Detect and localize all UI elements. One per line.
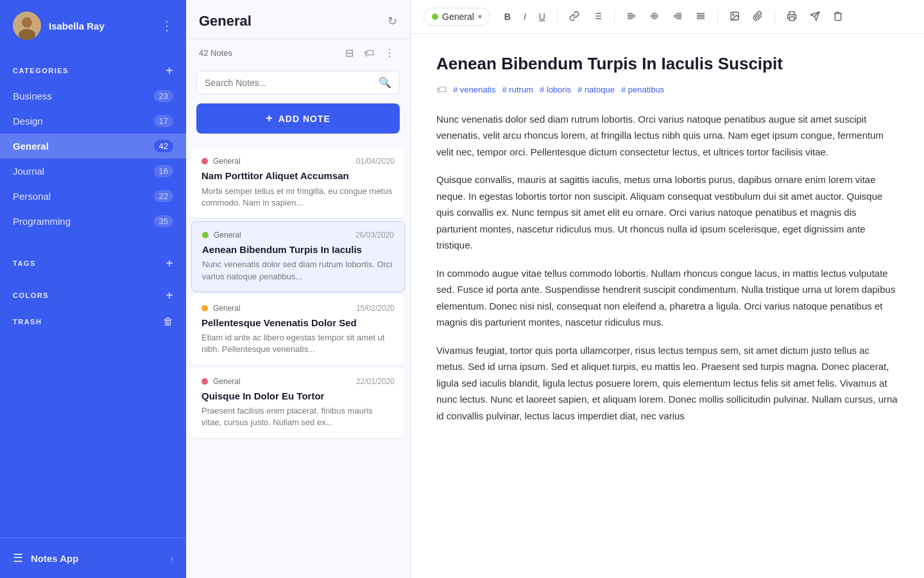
toolbar-divider-3 <box>717 10 718 23</box>
sidebar-footer[interactable]: ☰ Notes App › <box>0 538 186 578</box>
add-category-icon[interactable]: + <box>166 64 173 77</box>
notes-list-title: General <box>199 13 252 30</box>
align-left-button[interactable] <box>622 8 640 26</box>
chevron-right-icon: › <box>170 553 173 563</box>
editor-content: Aenean Bibendum Turpis In Iaculis Suscip… <box>411 34 924 578</box>
underline-button[interactable]: U <box>535 9 549 24</box>
sidebar-item-count: 17 <box>154 115 173 127</box>
note-date-2: 15/02/2020 <box>356 304 395 313</box>
tag-0[interactable]: # venenatis <box>453 85 496 94</box>
note-title-0: Nam Porttitor Aliquet Accumsan <box>201 170 395 182</box>
note-dot-2 <box>201 305 208 311</box>
note-title-2: Pellentesque Venenatis Dolor Sed <box>201 317 395 329</box>
italic-button[interactable]: I <box>520 9 530 24</box>
sidebar: Isabella Ray ⋮ CATEGORIES + Business 23 … <box>0 0 186 578</box>
sidebar-item-label: General <box>13 141 154 152</box>
tag-3[interactable]: # natoque <box>578 85 615 94</box>
add-note-button[interactable]: + ADD NOTE <box>196 103 400 134</box>
note-body: Nunc venenatis dolor sed diam rutrum lob… <box>436 111 898 425</box>
more-options-icon[interactable]: ⋮ <box>160 18 173 33</box>
user-name: Isabella Ray <box>49 21 153 31</box>
note-dot-0 <box>201 158 208 164</box>
delete-button[interactable] <box>829 8 847 26</box>
plus-icon: + <box>266 112 273 125</box>
notes-count: 42 Notes <box>199 48 338 58</box>
sidebar-item-label: Design <box>13 116 154 127</box>
sidebar-item-programming[interactable]: Programming 35 <box>0 209 186 234</box>
note-paragraph-2: In commodo augue vitae tellus commodo lo… <box>436 265 898 331</box>
avatar <box>13 12 41 40</box>
tag-4[interactable]: # penatibus <box>621 85 664 94</box>
note-date-1: 26/03/2020 <box>355 231 394 240</box>
toolbar-divider-2 <box>614 10 615 23</box>
sidebar-item-count: 16 <box>154 165 173 177</box>
sidebar-header: Isabella Ray ⋮ <box>0 0 186 51</box>
svg-rect-27 <box>789 17 794 20</box>
note-paragraph-3: Vivamus feugiat, tortor quis porta ullam… <box>436 342 898 425</box>
search-box: 🔍 <box>196 71 400 94</box>
note-category-3: General <box>213 377 351 386</box>
align-center-button[interactable] <box>646 8 663 26</box>
align-right-button[interactable] <box>669 8 687 26</box>
tag-1[interactable]: # rutrum <box>502 85 533 94</box>
app-name-label: Notes App <box>31 553 162 564</box>
more-icon[interactable]: ⋮ <box>382 46 397 60</box>
tags-label: TAGS <box>13 259 36 267</box>
note-date-3: 22/01/2020 <box>356 377 395 386</box>
note-title-3: Quisque In Dolor Eu Tortor <box>201 390 395 403</box>
tag-icon[interactable]: 🏷 <box>361 46 377 60</box>
note-card-0[interactable]: General 01/04/2020 Nam Porttitor Aliquet… <box>191 148 405 218</box>
notes-list-meta: 42 Notes ⊟ 🏷 ⋮ <box>186 39 410 67</box>
sidebar-item-journal[interactable]: Journal 16 <box>0 159 186 184</box>
note-dot-3 <box>201 378 208 385</box>
link-button[interactable] <box>565 8 583 26</box>
search-icon: 🔍 <box>379 76 391 89</box>
add-color-icon[interactable]: + <box>166 289 173 302</box>
notes-list-panel: General ↻ 42 Notes ⊟ 🏷 ⋮ 🔍 + ADD NOTE Ge… <box>186 0 411 578</box>
align-justify-button[interactable] <box>692 8 710 26</box>
sidebar-item-label: Programming <box>13 216 154 227</box>
toolbar-divider-4 <box>774 10 775 23</box>
note-category-1: General <box>214 231 350 240</box>
svg-point-26 <box>733 13 734 15</box>
sync-icon[interactable]: ↻ <box>388 14 397 28</box>
trash-label: TRASH <box>13 318 163 326</box>
note-preview-2: Etiam id ante ac libero egestas tempor s… <box>201 332 395 355</box>
tag-icon-main: 🏷 <box>436 84 447 96</box>
editor-toolbar: General ▾ B I U <box>411 0 924 34</box>
share-button[interactable] <box>806 8 824 26</box>
note-title-1: Aenean Bibendum Turpis In Iaculis <box>202 243 394 256</box>
tag-2[interactable]: # loboris <box>540 85 571 94</box>
print-button[interactable] <box>783 8 801 26</box>
chevron-down-icon: ▾ <box>478 12 482 21</box>
list-button[interactable] <box>588 8 606 26</box>
attachment-button[interactable] <box>749 8 767 26</box>
sidebar-item-label: Personal <box>13 191 154 202</box>
search-input[interactable] <box>205 78 373 88</box>
sidebar-item-count: 23 <box>154 90 173 102</box>
hamburger-icon: ☰ <box>13 551 23 565</box>
sidebar-item-count: 35 <box>154 215 173 227</box>
note-category-2: General <box>213 304 351 313</box>
note-date-0: 01/04/2020 <box>356 157 395 166</box>
category-dropdown[interactable]: General ▾ <box>424 8 490 26</box>
categories-label: CATEGORIES <box>13 67 69 74</box>
bold-button[interactable]: B <box>501 9 515 24</box>
sidebar-item-design[interactable]: Design 17 <box>0 109 186 134</box>
category-dot <box>432 13 438 20</box>
sidebar-item-count: 22 <box>154 190 173 202</box>
note-card-2[interactable]: General 15/02/2020 Pellentesque Venenati… <box>191 295 405 365</box>
note-main-title: Aenean Bibendum Turpis In Iaculis Suscip… <box>436 53 898 75</box>
add-tag-icon[interactable]: + <box>166 257 173 270</box>
sidebar-item-general[interactable]: General 42 <box>0 134 186 159</box>
sidebar-item-count: 42 <box>154 140 173 152</box>
sidebar-item-trash[interactable]: TRASH 🗑 <box>0 308 186 335</box>
note-card-3[interactable]: General 22/01/2020 Quisque In Dolor Eu T… <box>191 368 405 439</box>
colors-label: COLORS <box>13 292 49 299</box>
sidebar-item-personal[interactable]: Personal 22 <box>0 184 186 209</box>
image-button[interactable] <box>726 8 744 26</box>
note-card-1[interactable]: General 26/03/2020 Aenean Bibendum Turpi… <box>191 221 405 292</box>
sidebar-item-business[interactable]: Business 23 <box>0 83 186 109</box>
filter-icon[interactable]: ⊟ <box>343 46 356 60</box>
tags-section-header: TAGS + <box>0 244 186 276</box>
